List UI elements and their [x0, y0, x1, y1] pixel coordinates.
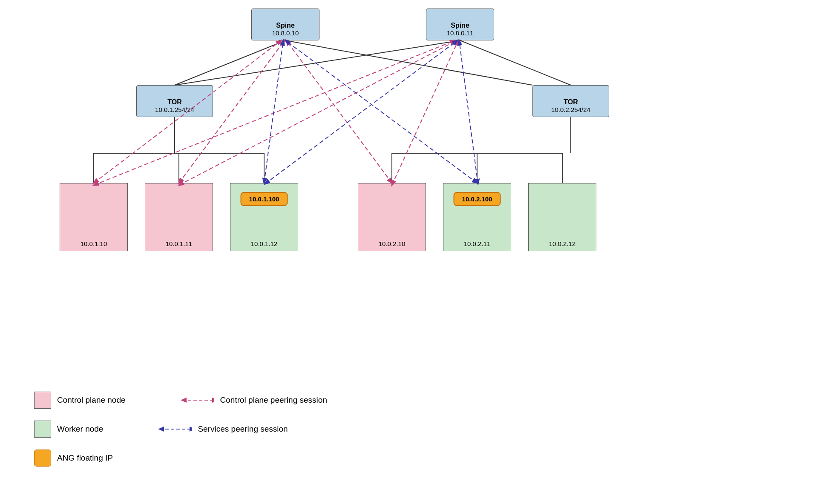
ctrl3-node: 10.0.2.10 — [358, 183, 426, 251]
legend: Control plane node Control plan — [34, 392, 327, 467]
worker3-node: 10.0.2.12 — [528, 183, 596, 251]
legend-control-peering-line — [180, 396, 214, 404]
legend-control-label: Control plane node — [57, 395, 126, 405]
legend-worker-label: Worker node — [57, 424, 103, 434]
legend-row-1: Control plane node Control plan — [34, 392, 327, 409]
legend-control-box — [34, 392, 51, 409]
svg-line-20 — [264, 40, 283, 183]
svg-line-16 — [286, 40, 392, 183]
svg-line-3 — [460, 40, 571, 85]
tor1-label: TOR — [167, 98, 181, 106]
worker2-ip: 10.0.2.11 — [464, 240, 491, 247]
legend-worker-box — [34, 421, 51, 438]
tor2-node: TOR 10.0.2.254/24 — [532, 85, 609, 117]
spine1-label: Spine — [276, 22, 295, 29]
legend-worker: Worker node — [34, 421, 103, 438]
spine2-label: Spine — [451, 22, 469, 29]
ctrl2-ip: 10.0.1.11 — [166, 240, 193, 247]
tor1-ip: 10.0.1.254/24 — [155, 106, 194, 113]
floating-ip-1: 10.0.1.100 — [241, 192, 288, 206]
tor2-label: TOR — [564, 98, 578, 106]
legend-floating-ip: ANG floating IP — [34, 450, 113, 467]
svg-line-18 — [179, 40, 457, 185]
legend-row-3: ANG floating IP — [34, 450, 327, 467]
spine1-node: Spine 10.8.0.10 — [251, 9, 319, 40]
worker1-ip: 10.0.1.12 — [251, 240, 278, 247]
svg-line-22 — [265, 40, 457, 184]
spine2-ip: 10.8.0.11 — [447, 29, 474, 37]
svg-line-19 — [392, 40, 458, 185]
legend-services-peering-line — [158, 425, 192, 433]
ctrl3-ip: 10.0.2.10 — [379, 240, 406, 247]
legend-floating-box — [34, 450, 51, 467]
svg-line-0 — [175, 40, 285, 85]
legend-floating-label: ANG floating IP — [57, 453, 113, 463]
worker3-ip: 10.0.2.12 — [549, 240, 576, 247]
ctrl2-node: 10.0.1.11 — [145, 183, 213, 251]
legend-control-plane: Control plane node — [34, 392, 126, 409]
spine2-node: Spine 10.8.0.11 — [426, 9, 494, 40]
spine1-ip: 10.8.0.10 — [272, 29, 299, 37]
ctrl1-ip: 10.0.1.10 — [81, 240, 107, 247]
legend-services-peering: Services peering session — [158, 424, 288, 434]
legend-row-2: Worker node Services peering se — [34, 421, 327, 438]
network-diagram: Spine 10.8.0.10 Spine 10.8.0.11 TOR 10.0… — [0, 0, 817, 383]
legend-control-peering: Control plane peering session — [180, 395, 327, 405]
floating-ip-2: 10.0.2.100 — [454, 192, 501, 206]
ctrl1-node: 10.0.1.10 — [60, 183, 128, 251]
svg-line-21 — [285, 40, 477, 183]
legend-control-peering-label: Control plane peering session — [220, 395, 327, 405]
svg-line-1 — [285, 40, 532, 85]
worker1-node: 10.0.1.100 10.0.1.12 — [230, 183, 298, 251]
svg-line-2 — [175, 40, 460, 85]
tor1-node: TOR 10.0.1.254/24 — [136, 85, 213, 117]
legend-services-peering-label: Services peering session — [198, 424, 288, 434]
svg-line-23 — [459, 40, 478, 184]
tor2-ip: 10.0.2.254/24 — [551, 106, 590, 113]
worker2-node: 10.0.2.100 10.0.2.11 — [443, 183, 511, 251]
